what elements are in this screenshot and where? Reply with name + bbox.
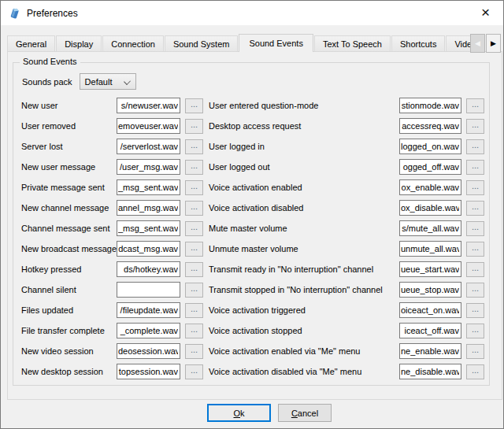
sound-file-input-voice-activation-disabled-via-me-menu[interactable]: [399, 364, 461, 379]
event-label-file-transfer-complete: File transfer complete: [21, 326, 117, 335]
browse-button-voice-activation-enabled[interactable]: ...: [466, 180, 484, 195]
tab-display[interactable]: Display: [56, 35, 102, 52]
ok-button[interactable]: Ok: [207, 404, 271, 422]
tab-sound-system[interactable]: Sound System: [165, 35, 239, 52]
sound-file-input-new-video-session[interactable]: [117, 343, 180, 359]
sound-file-input-file-transfer-complete[interactable]: [117, 323, 180, 338]
browse-button-server-lost[interactable]: ...: [185, 139, 203, 154]
sound-file-input-voice-activation-disabled[interactable]: [399, 200, 461, 216]
sound-file-input-user-entered-question-mode[interactable]: [399, 98, 461, 113]
sound-file-input-voice-activation-enabled-via-me-menu[interactable]: [399, 343, 461, 359]
browse-button-new-channel-message[interactable]: ...: [185, 201, 203, 216]
tab-general[interactable]: General: [7, 35, 55, 52]
window-title: Preferences: [27, 8, 78, 19]
event-label-new-broadcast-message: New broadcast message: [21, 244, 117, 253]
sound-event-row: Channel silent...Transmit stopped in "No…: [21, 279, 484, 300]
title-bar[interactable]: Preferences ×: [1, 1, 503, 25]
close-icon[interactable]: ×: [468, 1, 503, 24]
browse-button-unmute-master-volume[interactable]: ...: [466, 242, 484, 257]
event-label-voice-activation-disabled-via-me-menu: Voice activation disabled via "Me" menu: [203, 367, 399, 376]
sound-file-input-new-user[interactable]: [117, 98, 180, 113]
sound-file-input-server-lost[interactable]: [117, 139, 180, 154]
browse-button-new-user-message[interactable]: ...: [185, 160, 203, 175]
sound-file-input-new-channel-message[interactable]: [117, 200, 180, 216]
tab-connection[interactable]: Connection: [102, 35, 164, 52]
browse-button-mute-master-volume[interactable]: ...: [466, 221, 484, 236]
cancel-button-label: Cancel: [291, 409, 318, 418]
event-label-mute-master-volume: Mute master volume: [203, 224, 399, 233]
sound-file-input-new-broadcast-message[interactable]: [117, 241, 180, 257]
sound-file-input-new-desktop-session[interactable]: [117, 364, 180, 379]
sound-file-input-mute-master-volume[interactable]: [399, 220, 461, 236]
sound-event-row: New user message...User logged out...: [21, 157, 484, 177]
sound-event-row: Files updated...Voice activation trigger…: [21, 300, 484, 320]
sound-event-row: Private message sent...Voice activation …: [21, 177, 484, 198]
browse-button-new-broadcast-message[interactable]: ...: [185, 242, 203, 257]
browse-button-user-removed[interactable]: ...: [185, 119, 203, 134]
sound-file-input-hotkey-pressed[interactable]: [117, 261, 180, 277]
sound-file-input-voice-activation-triggered[interactable]: [399, 302, 461, 318]
browse-button-new-video-session[interactable]: ...: [185, 344, 203, 359]
browse-button-channel-silent[interactable]: ...: [185, 283, 203, 298]
browse-button-file-transfer-complete[interactable]: ...: [185, 324, 203, 338]
event-label-voice-activation-triggered: Voice activation triggered: [203, 305, 399, 315]
sound-file-input-desktop-access-request[interactable]: [399, 118, 461, 134]
sound-file-input-user-removed[interactable]: [117, 118, 180, 134]
event-label-files-updated: Files updated: [21, 305, 117, 315]
browse-button-voice-activation-triggered[interactable]: ...: [466, 303, 484, 318]
event-label-voice-activation-stopped: Voice activation stopped: [203, 326, 399, 335]
browse-button-hotkey-pressed[interactable]: ...: [185, 262, 203, 277]
browse-button-files-updated[interactable]: ...: [185, 303, 203, 318]
sound-file-input-user-logged-in[interactable]: [399, 139, 461, 154]
browse-button-voice-activation-disabled-via-me-menu[interactable]: ...: [466, 364, 484, 379]
browse-button-voice-activation-enabled-via-me-menu[interactable]: ...: [466, 344, 484, 359]
browse-button-transmit-ready-in-no-interruption-channel[interactable]: ...: [466, 262, 484, 277]
sounds-pack-select[interactable]: Default: [80, 73, 136, 90]
browse-button-voice-activation-disabled[interactable]: ...: [466, 201, 484, 216]
tab-scroll-buttons: ◀ ▶: [470, 34, 501, 53]
browse-button-voice-activation-stopped[interactable]: ...: [466, 324, 484, 338]
browse-button-user-logged-in[interactable]: ...: [466, 139, 484, 154]
browse-button-transmit-stopped-in-no-interruption-channel[interactable]: ...: [466, 283, 484, 298]
sound-file-input-transmit-ready-in-no-interruption-channel[interactable]: [399, 261, 461, 277]
sound-file-input-unmute-master-volume[interactable]: [399, 241, 461, 257]
sound-file-input-user-logged-out[interactable]: [399, 159, 461, 175]
browse-button-private-message-sent[interactable]: ...: [185, 180, 203, 195]
sound-event-row: New video session...Voice activation ena…: [21, 341, 484, 361]
sound-file-input-files-updated[interactable]: [117, 302, 180, 318]
sound-event-row: New user...User entered question-mode...: [21, 95, 484, 116]
event-label-new-channel-message: New channel message: [21, 203, 117, 213]
browse-button-user-entered-question-mode[interactable]: ...: [466, 98, 484, 113]
sound-event-row: New desktop session...Voice activation d…: [21, 361, 484, 382]
event-label-user-removed: User removed: [21, 121, 117, 131]
sound-file-input-private-message-sent[interactable]: [117, 179, 180, 195]
tab-text-to-speech[interactable]: Text To Speech: [314, 35, 391, 52]
event-label-server-lost: Server lost: [21, 142, 117, 151]
event-label-new-video-session: New video session: [21, 346, 117, 356]
event-label-channel-message-sent: Channel message sent: [21, 224, 117, 233]
sound-file-input-voice-activation-stopped[interactable]: [399, 323, 461, 338]
sound-event-row: Hotkey pressed...Transmit ready in "No i…: [21, 259, 484, 279]
browse-button-desktop-access-request[interactable]: ...: [466, 119, 484, 134]
sound-file-input-new-user-message[interactable]: [117, 159, 180, 175]
tab-scroll-left-icon[interactable]: ◀: [470, 34, 485, 53]
browse-button-user-logged-out[interactable]: ...: [466, 160, 484, 175]
browse-button-channel-message-sent[interactable]: ...: [185, 221, 203, 236]
cancel-button[interactable]: Cancel: [278, 404, 332, 422]
sound-event-row: User removed...Desktop access request...: [21, 116, 484, 136]
event-label-voice-activation-disabled: Voice activation disabled: [203, 203, 399, 213]
event-label-new-desktop-session: New desktop session: [21, 367, 117, 376]
tab-sound-events[interactable]: Sound Events: [239, 34, 313, 52]
sound-file-input-channel-silent[interactable]: [117, 282, 180, 298]
event-label-channel-silent: Channel silent: [21, 285, 117, 294]
browse-button-new-user[interactable]: ...: [185, 98, 203, 113]
sound-file-input-channel-message-sent[interactable]: [117, 220, 180, 236]
event-label-private-message-sent: Private message sent: [21, 183, 117, 192]
ok-button-label: Ok: [233, 409, 244, 418]
tab-shortcuts[interactable]: Shortcuts: [391, 35, 445, 52]
browse-button-new-desktop-session[interactable]: ...: [185, 364, 203, 379]
sound-file-input-transmit-stopped-in-no-interruption-channel[interactable]: [399, 282, 461, 298]
sound-file-input-voice-activation-enabled[interactable]: [399, 179, 461, 195]
tab-scroll-right-icon[interactable]: ▶: [486, 34, 501, 53]
app-icon: [8, 6, 21, 20]
